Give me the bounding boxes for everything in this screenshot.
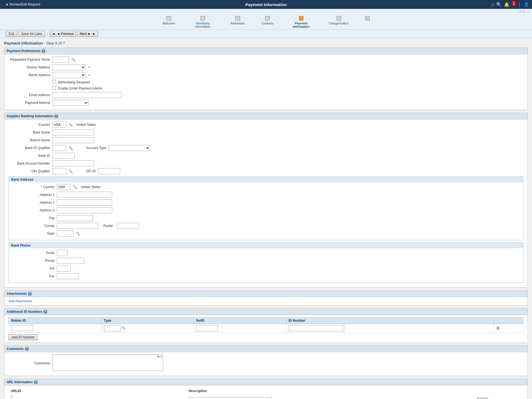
next-button-top[interactable]: Next ► ►	[77, 31, 98, 37]
url-add-row-btn[interactable]: +	[477, 398, 482, 399]
bank-addr3-input[interactable]	[57, 207, 112, 213]
payment-preferences-body: Requested Payment Terms 🔍 Invoice Addres…	[4, 54, 528, 110]
wizard-step-identifying[interactable]: Identifying Information	[192, 16, 214, 28]
add-attachment-link[interactable]: Add Attachment	[9, 299, 32, 303]
wizard-step-addresses[interactable]: Addresses	[231, 16, 245, 28]
additional-id-help-icon[interactable]: ?	[44, 310, 47, 314]
url-col-description: Description	[187, 388, 475, 394]
bank-postal-input[interactable]	[117, 223, 139, 229]
wizard-step-contacts[interactable]: Contacts	[262, 16, 273, 28]
remit-address-select[interactable]	[52, 72, 86, 78]
setid-input[interactable]	[196, 325, 218, 331]
comments-help-icon[interactable]: ?	[25, 347, 29, 351]
save-button-top[interactable]: Save for Later	[18, 31, 45, 37]
bank-phone-input[interactable]	[57, 258, 85, 264]
enable-email-label[interactable]: Enable Email Payment Advice	[52, 86, 102, 90]
enable-email-checkbox[interactable]	[52, 86, 56, 89]
top-bar: ◄ Review/Edit Request Payment Informatio…	[0, 0, 532, 9]
bank-addr1-row: Address 1	[13, 192, 519, 198]
dfi-id-input[interactable]	[98, 168, 120, 174]
supplier-banking-help-icon[interactable]: ?	[54, 114, 58, 118]
bank-account-number-input[interactable]	[52, 160, 94, 167]
dfi-qualifier-label: DFI Qualifier	[9, 169, 50, 173]
dfi-qualifier-search-btn[interactable]: 🔍	[68, 169, 73, 173]
enable-email-text: Enable Email Payment Advice	[58, 86, 102, 90]
add-id-number-button[interactable]: Add ID Number	[9, 334, 38, 340]
step-label-identifying: Identifying Information	[192, 22, 214, 28]
payment-preferences-help-icon[interactable]: ?	[42, 49, 45, 53]
bidder-id-input[interactable]	[11, 325, 33, 331]
additional-id-section: Additional ID Numbers ? Bidder ID Type S…	[4, 308, 528, 343]
menu-icon[interactable]: ⋮	[517, 2, 521, 7]
url-remove-row-btn[interactable]: −	[483, 398, 488, 399]
step-box-last: ▷	[365, 16, 370, 21]
search-icon[interactable]: 🔍	[496, 2, 502, 7]
url-info-help-icon[interactable]: ?	[34, 380, 38, 384]
bank-addr2-input[interactable]	[57, 200, 112, 206]
bank-state-input[interactable]	[57, 231, 73, 237]
payment-method-select[interactable]	[52, 100, 88, 106]
comments-expand-btn[interactable]: ⊞	[157, 355, 160, 359]
bank-addr-country-search-btn[interactable]: 🔍	[73, 185, 77, 189]
banking-country-search-btn[interactable]: 🔍	[68, 123, 73, 127]
bank-phone-label: Phone	[13, 259, 55, 263]
url-col-actions	[475, 388, 523, 394]
type-input[interactable]	[104, 325, 121, 331]
attachments-help-icon[interactable]: ?	[28, 292, 32, 296]
wizard-step-last[interactable]: ▷	[365, 16, 370, 28]
url-description-input[interactable]	[189, 397, 272, 399]
bank-id-qualifier-search-btn[interactable]: 🔍	[68, 146, 73, 150]
bank-addr2-label: Address 2	[13, 201, 55, 204]
home-icon[interactable]: ⌂	[491, 2, 494, 7]
col-setid: SetID	[193, 318, 286, 324]
wizard-step-payment[interactable]: Payment Information	[290, 16, 312, 28]
delete-row-icon[interactable]: 🗑	[496, 326, 500, 330]
dfi-qualifier-input[interactable]	[52, 168, 66, 174]
bank-county-input[interactable]	[57, 223, 98, 229]
payment-preferences-title: Payment Preferences	[7, 49, 40, 53]
remit-address-edit-btn[interactable]: ✎	[88, 73, 90, 77]
table-row: 🔍 🗑	[9, 324, 523, 332]
payment-terms-search-btn[interactable]: 🔍	[71, 58, 76, 62]
email-address-input[interactable]	[52, 92, 122, 98]
comments-textarea[interactable]	[52, 354, 163, 371]
help-link[interactable]: Help ▲	[0, 9, 532, 14]
notification-icon-wrapper[interactable]: 🔔 1	[504, 2, 515, 7]
account-type-select[interactable]	[109, 145, 150, 151]
bank-ext-input[interactable]	[57, 265, 71, 272]
withholding-label[interactable]: Withholding Required	[52, 80, 90, 84]
bank-prefix-input[interactable]	[57, 250, 68, 256]
enable-email-row: Enable Email Payment Advice	[9, 86, 523, 90]
bank-addr-country-input[interactable]	[57, 184, 71, 190]
page-heading-step: - Step 5 of 7	[44, 41, 65, 45]
bank-fax-input[interactable]	[57, 273, 79, 279]
type-search-btn[interactable]: 🔍	[121, 326, 126, 330]
bank-city-input[interactable]	[57, 215, 93, 221]
invoice-address-edit-btn[interactable]: ✎	[88, 66, 90, 69]
exit-button-top[interactable]: Exit	[6, 31, 17, 37]
user-icon[interactable]: 👤	[524, 2, 529, 7]
branch-name-input[interactable]	[52, 137, 94, 143]
banking-country-input[interactable]	[52, 122, 66, 128]
bank-id-qualifier-input[interactable]	[52, 145, 66, 151]
bank-county-postal-row: County Postal	[13, 223, 519, 229]
comments-label: Comments	[9, 361, 50, 365]
comments-body: Comments ⊞ ✎	[4, 352, 528, 376]
comments-spellcheck-btn[interactable]: ✎	[160, 355, 163, 359]
bank-addr1-input[interactable]	[57, 192, 112, 198]
bank-phone-header: Bank Phone	[9, 243, 523, 248]
previous-button-top[interactable]: ◄ ◄ Previous	[50, 31, 76, 37]
invoice-address-select[interactable]	[52, 64, 86, 70]
bank-county-label: County	[13, 224, 55, 228]
bank-state-search-btn[interactable]: 🔍	[76, 232, 80, 236]
wizard-step-categorization[interactable]: Categorization	[329, 16, 349, 28]
back-button[interactable]: ◄ Review/Edit Request	[3, 1, 42, 7]
id-number-input[interactable]	[289, 325, 344, 331]
bank-address-header: Bank Address	[9, 177, 523, 182]
withholding-checkbox[interactable]	[52, 80, 56, 83]
payment-terms-input[interactable]	[52, 57, 69, 63]
bank-address-subsection: Bank Address * Country 🔍 United States A…	[9, 177, 523, 240]
wizard-step-welcome[interactable]: Welcome	[162, 16, 175, 28]
bank-id-input[interactable]	[52, 153, 75, 159]
bank-name-input[interactable]	[52, 129, 94, 135]
